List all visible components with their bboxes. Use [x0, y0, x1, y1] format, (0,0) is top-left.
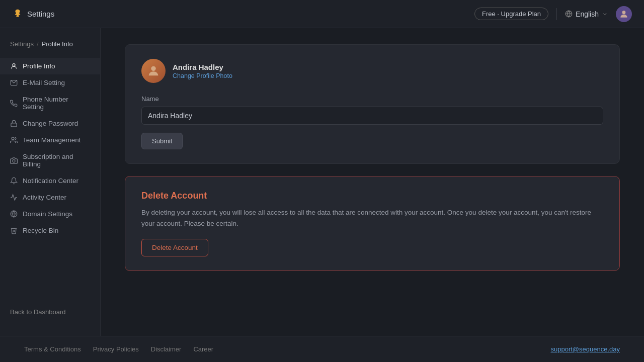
sidebar-item-label: Profile Info — [23, 62, 55, 70]
sidebar-item-subscription[interactable]: Subscription and Billing — [0, 148, 100, 172]
name-input[interactable] — [141, 107, 603, 125]
language-selector[interactable]: English — [565, 10, 608, 18]
sidebar-nav: Profile Info E-Mail Setting Phone Number… — [0, 58, 100, 300]
delete-account-description: By deleting your account, you will lose … — [141, 207, 603, 229]
users-icon — [10, 136, 18, 144]
globe-icon — [10, 210, 18, 218]
sidebar-item-label: Team Management — [23, 136, 81, 144]
sidebar-item-notification-center[interactable]: Notification Center — [0, 172, 100, 189]
topbar-right: Free · Upgrade Plan English — [474, 6, 632, 22]
name-field-group: Name Submit — [141, 95, 603, 149]
breadcrumb-current: Profile Info — [42, 40, 73, 48]
bell-icon — [10, 177, 18, 185]
footer-support-email[interactable]: support@sequence.day — [550, 345, 620, 353]
avatar[interactable] — [616, 6, 632, 22]
sidebar-item-team-management[interactable]: Team Management — [0, 132, 100, 148]
sidebar-item-label: Subscription and Billing — [23, 153, 90, 168]
lock-icon — [10, 120, 18, 127]
sidebar-item-phone-setting[interactable]: Phone Number Setting — [0, 91, 100, 115]
breadcrumb-parent[interactable]: Settings — [10, 40, 34, 48]
sidebar-item-label: E-Mail Setting — [23, 79, 65, 86]
sidebar-item-label: Domain Settings — [23, 210, 72, 218]
chevron-down-icon — [602, 11, 608, 17]
footer: Terms & Conditions Privacy Policies Disc… — [0, 336, 644, 362]
delete-account-card: Delete Account By deleting your account,… — [125, 176, 620, 271]
delete-account-title: Delete Account — [141, 191, 603, 201]
topbar-left: Settings — [12, 9, 54, 20]
content-area: Andira Hadley Change Profile Photo Name … — [101, 28, 644, 336]
footer-terms[interactable]: Terms & Conditions — [24, 345, 81, 353]
phone-icon — [10, 100, 18, 107]
profile-info-card: Andira Hadley Change Profile Photo Name … — [125, 44, 620, 164]
svg-point-6 — [12, 137, 14, 140]
footer-privacy[interactable]: Privacy Policies — [93, 345, 139, 353]
sidebar: Settings / Profile Info Profile Info E-M… — [0, 28, 101, 336]
sidebar-item-label: Change Password — [23, 120, 78, 127]
profile-name: Andira Hadley — [173, 63, 232, 71]
svg-point-2 — [622, 11, 626, 14]
sidebar-item-label: Activity Center — [23, 194, 66, 201]
sidebar-item-recycle-bin[interactable]: Recycle Bin — [0, 222, 100, 239]
upgrade-button[interactable]: Free · Upgrade Plan — [474, 8, 548, 20]
mail-icon — [10, 79, 18, 86]
app-title: Settings — [27, 10, 54, 18]
breadcrumb-sep: / — [37, 40, 39, 48]
profile-header: Andira Hadley Change Profile Photo — [141, 59, 603, 83]
delete-account-button[interactable]: Delete Account — [141, 239, 208, 256]
sidebar-item-email-setting[interactable]: E-Mail Setting — [0, 74, 100, 91]
back-to-dashboard[interactable]: Back to Dashboard — [0, 300, 100, 324]
trash-icon — [10, 227, 18, 234]
sidebar-item-domain-settings[interactable]: Domain Settings — [0, 206, 100, 222]
footer-links: Terms & Conditions Privacy Policies Disc… — [24, 345, 213, 353]
breadcrumb: Settings / Profile Info — [0, 40, 100, 58]
submit-button[interactable]: Submit — [141, 133, 183, 149]
footer-career[interactable]: Career — [193, 345, 213, 353]
svg-point-3 — [13, 64, 15, 66]
user-icon — [10, 62, 18, 70]
topbar: Settings Free · Upgrade Plan English — [0, 0, 644, 28]
activity-icon — [10, 194, 18, 201]
sidebar-item-label: Notification Center — [23, 177, 78, 185]
svg-rect-5 — [11, 123, 17, 127]
profile-avatar — [141, 59, 166, 83]
svg-point-7 — [13, 159, 15, 162]
sidebar-item-label: Recycle Bin — [23, 227, 58, 234]
main-area: Settings / Profile Info Profile Info E-M… — [0, 28, 644, 336]
sidebar-item-profile-info[interactable]: Profile Info — [0, 58, 100, 74]
profile-name-area: Andira Hadley Change Profile Photo — [173, 63, 232, 79]
topbar-divider — [556, 8, 557, 20]
name-label: Name — [141, 95, 603, 103]
sidebar-item-activity-center[interactable]: Activity Center — [0, 189, 100, 206]
language-label: English — [576, 10, 599, 18]
sidebar-item-change-password[interactable]: Change Password — [0, 115, 100, 132]
change-photo-link[interactable]: Change Profile Photo — [173, 72, 232, 79]
camera-icon — [10, 157, 18, 164]
footer-disclaimer[interactable]: Disclaimer — [151, 345, 182, 353]
sidebar-item-label: Phone Number Setting — [23, 96, 90, 111]
globe-icon — [565, 10, 573, 18]
svg-point-10 — [151, 66, 155, 71]
logo-icon — [12, 9, 23, 20]
